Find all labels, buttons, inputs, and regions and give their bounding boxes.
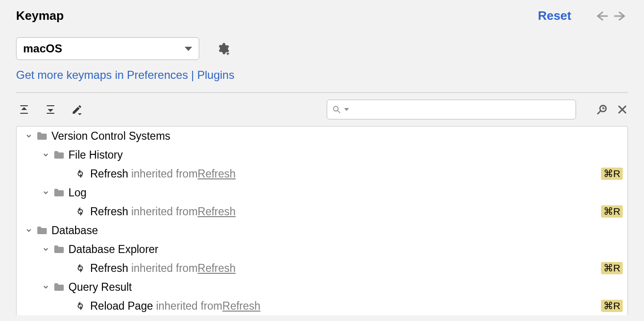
folder-icon — [36, 131, 48, 141]
edit-shortcut-icon[interactable] — [69, 101, 85, 118]
get-more-keymaps-link[interactable]: Get more keymaps in Preferences | Plugin… — [0, 62, 644, 92]
chevron-down-icon — [41, 152, 51, 158]
find-by-shortcut-icon[interactable] — [596, 103, 608, 116]
inherited-text: inherited from — [131, 168, 198, 180]
inherited-text: inherited from — [131, 205, 198, 218]
action-label: Refresh — [90, 205, 128, 218]
action-label: Refresh — [90, 262, 128, 275]
expand-all-icon[interactable] — [16, 101, 32, 118]
action-reload-page[interactable]: Reload Page inherited from Refresh ⌘R — [17, 296, 627, 315]
keymap-selector-row: macOS — [0, 28, 644, 62]
tree-node-vcs[interactable]: Version Control Systems — [17, 127, 627, 145]
inherited-text: inherited from — [131, 262, 198, 275]
shortcut-badge: ⌘R — [601, 205, 623, 218]
chevron-down-icon — [24, 227, 34, 234]
tree-node-label: Database — [51, 224, 98, 237]
reset-button[interactable]: Reset — [538, 8, 571, 23]
shortcut-badge: ⌘R — [601, 168, 623, 180]
folder-icon — [53, 188, 65, 197]
shortcut-badge: ⌘R — [601, 300, 623, 312]
inherited-link[interactable]: Refresh — [222, 300, 261, 313]
chevron-down-icon — [41, 284, 51, 290]
tree-node-database-explorer[interactable]: Database Explorer — [17, 240, 627, 259]
tree-node-query-result[interactable]: Query Result — [17, 278, 627, 296]
chevron-down-icon — [24, 133, 34, 139]
svg-marker-4 — [21, 107, 27, 110]
tree-node-label: File History — [68, 149, 123, 161]
keymap-select-value: macOS — [23, 42, 185, 55]
refresh-icon — [75, 301, 85, 311]
action-label: Reload Page — [90, 300, 153, 313]
folder-icon — [53, 245, 65, 254]
tree-node-label: Query Result — [68, 281, 132, 294]
chevron-down-icon — [185, 47, 192, 51]
tree-node-file-history[interactable]: File History — [17, 145, 627, 164]
folder-icon — [53, 150, 65, 160]
gear-icon[interactable] — [216, 42, 229, 55]
svg-marker-9 — [78, 113, 82, 115]
search-input[interactable] — [353, 104, 571, 116]
tree-node-label: Log — [68, 186, 86, 199]
forward-arrow-icon[interactable] — [614, 10, 628, 22]
svg-rect-6 — [47, 105, 54, 106]
action-refresh-db-explorer[interactable]: Refresh inherited from Refresh ⌘R — [17, 259, 627, 278]
svg-line-11 — [338, 111, 340, 113]
inherited-link[interactable]: Refresh — [198, 168, 236, 180]
svg-rect-5 — [20, 113, 28, 114]
toolbar — [0, 93, 644, 126]
chevron-down-icon — [41, 189, 51, 196]
svg-marker-2 — [226, 53, 229, 55]
folder-icon — [53, 282, 65, 292]
tree-node-log[interactable]: Log — [17, 183, 627, 202]
refresh-icon — [75, 169, 85, 179]
page-title: Keymap — [16, 8, 64, 23]
inherited-link[interactable]: Refresh — [198, 262, 236, 275]
collapse-all-icon[interactable] — [42, 101, 59, 118]
keymap-select[interactable]: macOS — [16, 37, 199, 60]
header: Keymap Reset — [0, 0, 644, 28]
folder-icon — [36, 226, 48, 235]
tree-node-database[interactable]: Database — [17, 221, 627, 240]
tree-node-label: Database Explorer — [68, 243, 159, 256]
svg-marker-7 — [48, 109, 53, 112]
action-label: Refresh — [90, 168, 128, 180]
inherited-link[interactable]: Refresh — [198, 205, 236, 218]
shortcut-badge: ⌘R — [601, 262, 623, 274]
chevron-down-icon — [41, 246, 51, 253]
svg-line-13 — [597, 111, 601, 114]
keymap-tree: Version Control Systems File History Ref… — [16, 126, 628, 315]
back-arrow-icon[interactable] — [594, 10, 608, 22]
search-icon — [332, 105, 341, 114]
tree-node-label: Version Control Systems — [51, 130, 170, 143]
inherited-text: inherited from — [156, 300, 222, 313]
search-dropdown-icon[interactable] — [344, 108, 349, 111]
svg-rect-3 — [20, 105, 28, 106]
close-icon[interactable] — [617, 104, 628, 115]
action-refresh-file-history[interactable]: Refresh inherited from Refresh ⌘R — [17, 164, 627, 183]
svg-rect-8 — [47, 113, 54, 114]
search-input-container[interactable] — [327, 100, 576, 119]
refresh-icon — [75, 206, 85, 217]
svg-point-10 — [333, 106, 338, 111]
refresh-icon — [75, 263, 85, 273]
action-refresh-log[interactable]: Refresh inherited from Refresh ⌘R — [17, 202, 627, 221]
